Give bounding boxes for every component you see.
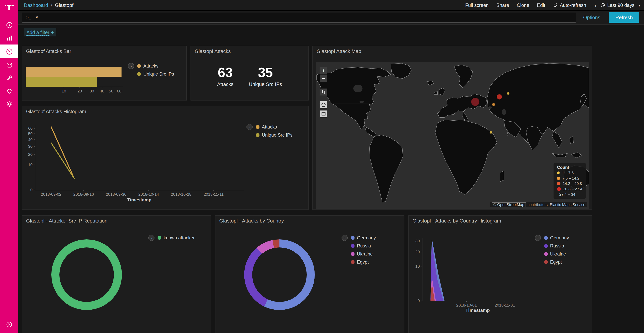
sidebar-collapse-button[interactable] [6, 321, 13, 329]
compass-icon [6, 21, 13, 29]
sidebar-item-visualize[interactable] [0, 32, 18, 45]
legend-item[interactable]: Attacks [137, 63, 174, 69]
map-zoom-out-button[interactable]: − [320, 74, 327, 82]
legend-dot [557, 182, 560, 185]
legend-toggle-button[interactable] [246, 124, 252, 130]
metric-label: Attacks [217, 81, 234, 87]
svg-text:2018-11-01: 2018-11-01 [495, 303, 515, 307]
chart-legend: Attacks Unique Src IPs [246, 124, 292, 138]
legend-toggle-button[interactable] [342, 235, 348, 241]
time-forward-button[interactable]: › [638, 2, 640, 8]
legend-dot [351, 244, 354, 248]
full-screen-button[interactable]: Full screen [465, 3, 488, 8]
country-donut-chart[interactable] [244, 239, 315, 310]
legend-item[interactable]: Ukraine [544, 251, 569, 257]
legend-toggle-button[interactable] [148, 235, 154, 241]
legend-dot [256, 125, 260, 129]
svg-text:20: 20 [415, 249, 420, 254]
add-filter-button[interactable]: Add a filter+ [24, 28, 56, 37]
legend-item[interactable]: Egypt [351, 259, 376, 265]
clock-icon [600, 3, 605, 8]
metric-value: 63 [217, 65, 234, 79]
share-button[interactable]: Share [496, 3, 509, 8]
legend-item[interactable]: Ukraine [351, 251, 376, 257]
country-area-chart[interactable]: 01020302018-10-012018-11-01Timestamp [409, 216, 592, 333]
map-count-legend: Count 1 – 7.6 7.6 – 14.2 14.2 – 20.8 20.… [554, 163, 586, 199]
map-legend-row: 1 – 7.6 [557, 171, 582, 175]
legend-item[interactable]: Attacks [256, 124, 292, 130]
chart-legend: known attacker [148, 235, 194, 241]
map-draw-polygon-button[interactable] [320, 101, 327, 109]
legend-label: known attacker [164, 235, 194, 240]
openstreetmap-link[interactable]: OpenStreetMap [497, 203, 524, 207]
panel-attacks-metric: Glastopf Attacks 63 Attacks 35 Unique Sr… [190, 46, 308, 101]
metric-attacks: 63 Attacks [217, 65, 234, 87]
map-legend-row: 27.4 – 34 [557, 192, 582, 196]
donut-hole [60, 247, 114, 302]
sidebar-item-monitoring[interactable] [0, 84, 18, 97]
map-draw-rectangle-button[interactable] [320, 110, 327, 118]
legend-item[interactable]: Egypt [544, 259, 569, 265]
legend-item[interactable]: Unique Src IPs [256, 132, 292, 138]
kibana-dashboard-page: Dashboard / Glastopf Full screen Share C… [0, 0, 644, 333]
metric-label: Unique Src IPs [249, 81, 282, 87]
sidebar-item-discover[interactable] [0, 19, 18, 32]
sidebar-item-timelion[interactable] [0, 58, 18, 71]
svg-text:60: 60 [117, 89, 121, 93]
panel-attacks-bar: Glastopf Attacks Bar 102030405060 Attack… [22, 46, 187, 101]
chart-legend: Germany Russia Ukraine Egypt [535, 235, 569, 265]
legend-toggle-button[interactable] [535, 235, 541, 241]
svg-text:0: 0 [418, 298, 420, 303]
legend-label: Egypt [357, 259, 368, 265]
metric-value: 35 [249, 65, 282, 79]
map-legend-row: 7.6 – 14.2 [557, 176, 582, 180]
reputation-donut-chart[interactable] [51, 239, 122, 310]
legend-dot [557, 171, 560, 174]
panel-title: Glastopf Attacks Histogram [26, 109, 86, 114]
svg-text:30: 30 [28, 144, 32, 148]
time-picker: ‹ Last 90 days › [594, 2, 640, 8]
attrib-middle: contributors, [526, 203, 550, 207]
svg-text:10: 10 [28, 162, 32, 167]
time-picker-button[interactable]: Last 90 days [600, 3, 634, 8]
legend-toggle-button[interactable] [128, 63, 134, 69]
legend-label: Attacks [143, 63, 158, 69]
query-input[interactable]: >_ * [22, 13, 576, 23]
clone-button[interactable]: Clone [517, 3, 529, 8]
options-link[interactable]: Options [583, 15, 600, 20]
svg-text:2018-11-11: 2018-11-11 [204, 192, 224, 196]
legend-item[interactable]: Germany [351, 235, 376, 240]
legend-dot [557, 187, 561, 191]
legend-item[interactable]: Germany [544, 235, 569, 240]
sidebar-item-dashboard[interactable] [0, 45, 18, 58]
world-map[interactable]: + − Count [316, 62, 589, 209]
svg-text:2018-10-01: 2018-10-01 [456, 303, 477, 307]
legend-label: Ukraine [357, 251, 373, 257]
crop-icon [321, 89, 326, 95]
elastic-maps-service-link[interactable]: Elastic Maps Service [550, 203, 585, 207]
svg-text:0: 0 [30, 188, 32, 192]
wrench-icon [6, 74, 13, 82]
legend-item[interactable]: Unique Src IPs [137, 71, 174, 77]
legend-dot [137, 72, 141, 76]
time-back-button[interactable]: ‹ [594, 2, 596, 8]
legend-item[interactable]: known attacker [158, 235, 194, 240]
query-value: * [36, 15, 38, 21]
breadcrumb-dashboard-link[interactable]: Dashboard [24, 2, 48, 8]
legend-dot [158, 236, 162, 240]
telekom-logo[interactable] [4, 2, 14, 12]
edit-button[interactable]: Edit [537, 3, 545, 8]
map-fit-bounds-button[interactable] [320, 88, 327, 96]
attacks-histogram-chart[interactable]: 01020304050602018-09-022018-09-162018-09… [22, 106, 308, 209]
legend-item[interactable]: Russia [544, 243, 569, 249]
bar-chart-icon [6, 34, 13, 42]
sidebar-item-management[interactable] [0, 97, 18, 111]
legend-item[interactable]: Russia [351, 243, 376, 249]
refresh-button[interactable]: Refresh [609, 12, 640, 23]
legend-range: 7.6 – 14.2 [562, 176, 580, 180]
map-zoom-in-button[interactable]: + [320, 67, 327, 74]
legend-dot [557, 177, 560, 180]
auto-refresh-button[interactable]: Auto-refresh [553, 3, 586, 8]
sidebar-item-devtools[interactable] [0, 71, 18, 84]
panel-title: Glastopf - Attacks by Country [219, 218, 284, 224]
